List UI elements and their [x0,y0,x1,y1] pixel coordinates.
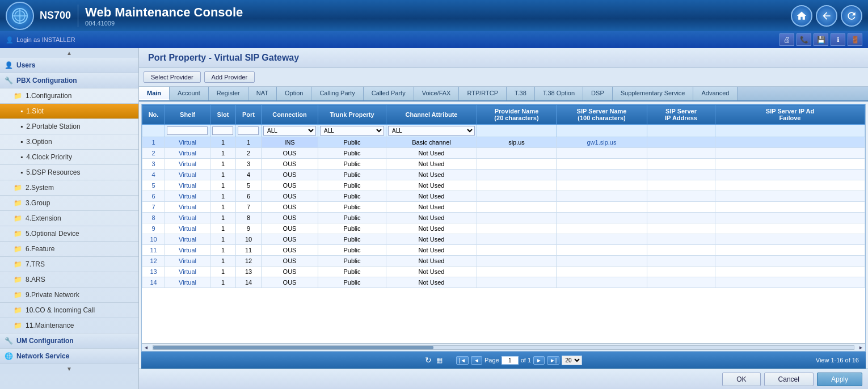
next-page-button[interactable]: ► [533,356,545,365]
filter-slot[interactable] [210,125,236,137]
home-button[interactable] [791,5,812,27]
table-row[interactable]: 3 Virtual 1 3 OUS Public Not Used [142,159,865,170]
tab-calling-party[interactable]: Calling Party [311,87,363,100]
table-row[interactable]: 4 Virtual 1 4 OUS Public Not Used [142,170,865,180]
ok-button[interactable]: OK [722,373,760,386]
sidebar-item-8-ars[interactable]: 📁 8.ARS [0,272,138,287]
sidebar-item-3-group[interactable]: 📁 3.Group [0,196,138,211]
tab-supp-service[interactable]: Supplementary Service [613,87,694,100]
cell-shelf[interactable]: Virtual [165,159,210,170]
cell-shelf[interactable]: Virtual [165,170,210,180]
table-row[interactable]: 2 Virtual 1 2 OUS Public Not Used [142,148,865,159]
cell-no[interactable]: 8 [142,213,165,223]
table-scroll-area[interactable]: No. Shelf Slot Port Connection Trunk Pro… [142,104,865,343]
cell-no[interactable]: 10 [142,234,165,245]
sidebar-item-4-extension[interactable]: 📁 4.Extension [0,211,138,226]
tab-called-party[interactable]: Called Party [364,87,414,100]
tab-nat[interactable]: NAT [248,87,277,100]
sidebar-scroll-up[interactable]: ▲ [0,48,138,58]
refresh-icon[interactable]: ↻ [425,356,432,365]
cell-shelf[interactable]: Virtual [165,148,210,159]
horizontal-scrollbar[interactable]: ◄ ► [142,343,865,351]
filter-channel[interactable]: ALLBasic channelNot Used [386,125,477,137]
phone-icon[interactable]: 📞 [797,33,811,46]
table-row[interactable]: 11 Virtual 1 11 OUS Public Not Used [142,245,865,256]
filter-slot-input[interactable] [212,126,233,135]
tab-t38[interactable]: T.38 [507,87,535,100]
add-provider-button[interactable]: Add Provider [204,71,255,83]
tab-t38-option[interactable]: T.38 Option [535,87,583,100]
sidebar-item-network[interactable]: 🌐 Network Service [0,349,138,364]
select-provider-button[interactable]: Select Provider [144,71,201,83]
cell-shelf[interactable]: Virtual [165,213,210,223]
sidebar-item-4-clock[interactable]: ▪ 4.Clock Priority [0,150,138,165]
sidebar-item-pbx-config[interactable]: 🔧 PBX Configuration [0,73,138,88]
back-button[interactable] [816,5,837,27]
table-row[interactable]: 9 Virtual 1 9 OUS Public Not Used [142,223,865,234]
filter-trunk-select[interactable]: ALLPublicPrivate [320,126,384,136]
sidebar-scroll-down[interactable]: ▼ [0,364,138,374]
first-page-button[interactable]: |◄ [456,356,469,365]
sidebar-item-7-trs[interactable]: 📁 7.TRS [0,257,138,272]
filter-shelf[interactable] [165,125,210,137]
cell-no[interactable]: 5 [142,180,165,191]
cell-shelf[interactable]: Virtual [165,256,210,267]
cell-no[interactable]: 9 [142,223,165,234]
last-page-button[interactable]: ►| [547,356,560,365]
info-icon[interactable]: ℹ [831,33,845,46]
tab-register[interactable]: Register [209,87,248,100]
per-page-select[interactable]: 102050 [562,356,582,365]
scroll-left-arrow[interactable]: ◄ [142,345,150,350]
sidebar-item-um-config[interactable]: 🔧 UM Configuration [0,333,138,349]
tab-main[interactable]: Main [139,87,170,100]
cell-no[interactable]: 14 [142,277,165,288]
cell-shelf[interactable]: Virtual [165,202,210,213]
cell-shelf[interactable]: Virtual [165,277,210,288]
sidebar-item-1-config[interactable]: 📁 1.Configuration [0,88,138,104]
sidebar-item-5-dsp[interactable]: ▪ 5.DSP Resources [0,165,138,180]
tab-voice-fax[interactable]: Voice/FAX [414,87,460,100]
sidebar-item-1-slot[interactable]: ▪ 1.Slot [0,104,138,119]
cell-shelf[interactable]: Virtual [165,267,210,277]
grid-icon[interactable]: ▦ [436,356,443,364]
tab-rtp-rtcp[interactable]: RTP/RTCP [459,87,507,100]
tab-option[interactable]: Option [277,87,311,100]
cancel-button[interactable]: Cancel [764,373,814,386]
sidebar-item-9-private[interactable]: 📁 9.Private Network [0,287,138,303]
filter-trunk[interactable]: ALLPublicPrivate [318,125,386,137]
sidebar-item-3-option[interactable]: ▪ 3.Option [0,134,138,150]
sidebar-item-2-portable[interactable]: ▪ 2.Portable Station [0,119,138,134]
cell-shelf[interactable]: Virtual [165,180,210,191]
cell-no[interactable]: 7 [142,202,165,213]
sidebar-item-10-co[interactable]: 📁 10.CO & Incoming Call [0,303,138,318]
cell-no[interactable]: 1 [142,137,165,148]
cell-shelf[interactable]: Virtual [165,191,210,202]
print-icon[interactable]: 🖨 [779,33,794,46]
sidebar-item-2-system[interactable]: 📁 2.System [0,180,138,196]
filter-port[interactable] [236,125,262,137]
table-row[interactable]: 5 Virtual 1 5 OUS Public Not Used [142,180,865,191]
tab-account[interactable]: Account [170,87,209,100]
sidebar-item-users[interactable]: 👤 Users [0,58,138,73]
table-row[interactable]: 10 Virtual 1 10 OUS Public Not Used [142,234,865,245]
filter-port-input[interactable] [238,126,259,135]
table-row[interactable]: 7 Virtual 1 7 OUS Public Not Used [142,202,865,213]
sidebar-item-5-optional[interactable]: 📁 5.Optional Device [0,226,138,242]
apply-button[interactable]: Apply [817,373,862,386]
cell-no[interactable]: 11 [142,245,165,256]
table-row[interactable]: 1 Virtual 1 1 INS Public Basic channel s… [142,137,865,148]
table-row[interactable]: 13 Virtual 1 13 OUS Public Not Used [142,267,865,277]
filter-connection[interactable]: ALLINSOUS [262,125,318,137]
cell-shelf[interactable]: Virtual [165,234,210,245]
exit-icon[interactable]: 🚪 [848,33,862,46]
save-icon[interactable]: 💾 [814,33,828,46]
scroll-track[interactable] [153,345,854,350]
prev-page-button[interactable]: ◄ [471,356,482,365]
refresh-button[interactable] [841,5,862,27]
cell-shelf[interactable]: Virtual [165,245,210,256]
cell-no[interactable]: 2 [142,148,165,159]
tab-advanced[interactable]: Advanced [693,87,738,100]
scroll-right-arrow[interactable]: ► [857,345,865,350]
table-row[interactable]: 12 Virtual 1 12 OUS Public Not Used [142,256,865,267]
cell-no[interactable]: 4 [142,170,165,180]
